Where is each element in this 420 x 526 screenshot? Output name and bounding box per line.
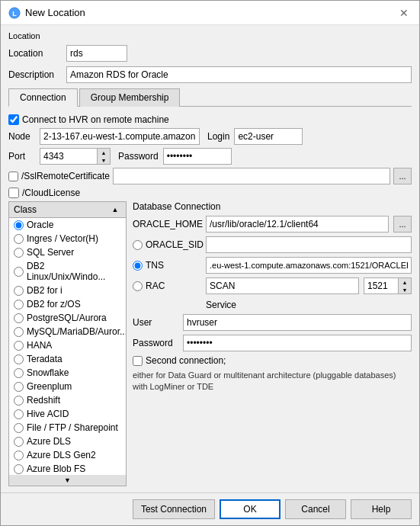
ssl-row: /SslRemoteCertificate ...: [8, 168, 412, 184]
class-radio-0[interactable]: [14, 220, 24, 230]
class-item[interactable]: Redshift: [9, 393, 126, 407]
class-item[interactable]: Azure DLS: [9, 435, 126, 448]
class-item[interactable]: Azure DLS Gen2: [9, 448, 126, 462]
class-item[interactable]: Oracle: [9, 218, 126, 232]
login-input[interactable]: [234, 128, 303, 145]
second-conn-checkbox[interactable]: [133, 356, 143, 366]
test-connection-button[interactable]: Test Connection: [133, 499, 215, 519]
class-item-label: Azure DLS Gen2: [27, 450, 96, 460]
tns-input[interactable]: [206, 257, 412, 274]
port-decrement[interactable]: ▼: [98, 156, 110, 164]
location-label: Location: [8, 48, 62, 59]
help-button[interactable]: Help: [351, 499, 412, 519]
port-input[interactable]: [40, 148, 97, 165]
tab-connection[interactable]: Connection: [8, 88, 78, 107]
class-radio-7[interactable]: [14, 327, 24, 337]
class-item[interactable]: PostgreSQL/Aurora: [9, 311, 126, 325]
class-item[interactable]: DB2 Linux/Unix/Windo...: [9, 259, 126, 284]
scan-port-decrement[interactable]: ▼: [399, 286, 411, 293]
class-item[interactable]: DB2 for i: [9, 284, 126, 297]
tab-group-membership[interactable]: Group Membership: [79, 88, 181, 107]
description-label: Description: [8, 69, 62, 80]
ssl-checkbox[interactable]: [8, 172, 18, 181]
password-input[interactable]: [163, 148, 232, 165]
class-item[interactable]: Greenplum: [9, 380, 126, 393]
class-radio-5[interactable]: [14, 300, 24, 310]
class-radio-4[interactable]: [14, 286, 24, 296]
class-item[interactable]: Snowflake: [9, 366, 126, 380]
user-input[interactable]: [183, 314, 412, 331]
class-item-label: HANA: [27, 340, 52, 351]
tns-radio-label: TNS: [133, 260, 201, 271]
tns-radio[interactable]: [133, 261, 143, 271]
class-radio-15[interactable]: [14, 437, 24, 447]
class-radio-3[interactable]: [14, 267, 24, 277]
cloud-license-label: /CloudLicense: [22, 188, 80, 198]
oracle-sid-row: ORACLE_SID: [133, 236, 412, 253]
rac-radio[interactable]: [133, 281, 143, 291]
description-input[interactable]: [66, 66, 412, 83]
class-radio-8[interactable]: [14, 341, 24, 351]
rac-radio-label: RAC: [133, 281, 201, 291]
location-row: Location: [8, 45, 412, 62]
class-item[interactable]: HANA: [9, 338, 126, 352]
cancel-button[interactable]: Cancel: [285, 499, 346, 519]
class-item[interactable]: Teradata: [9, 352, 126, 366]
port-increment[interactable]: ▲: [98, 149, 110, 156]
class-radio-6[interactable]: [14, 313, 24, 323]
class-radio-9[interactable]: [14, 354, 24, 364]
info-text: either for Data Guard or multitenant arc…: [133, 370, 412, 393]
user-label: User: [133, 317, 178, 328]
dialog-title: New Location: [25, 7, 85, 18]
node-input[interactable]: [40, 128, 200, 145]
class-radio-11[interactable]: [14, 382, 24, 392]
scan-port-increment[interactable]: ▲: [399, 278, 411, 286]
new-location-dialog: L New Location ✕ Location Location Descr…: [0, 0, 420, 526]
location-input[interactable]: [66, 45, 127, 62]
ok-button[interactable]: OK: [220, 499, 281, 519]
db-panel: Database Connection ORACLE_HOME ... ORAC…: [133, 201, 412, 486]
class-radio-14[interactable]: [14, 423, 24, 433]
class-item[interactable]: Azure Blob FS: [9, 462, 126, 475]
ssl-input[interactable]: [113, 168, 390, 184]
connect-hvr-checkbox[interactable]: [8, 114, 19, 125]
class-item-label: Oracle: [27, 220, 53, 230]
cloud-license-checkbox[interactable]: [8, 188, 19, 198]
oracle-home-input[interactable]: [206, 216, 389, 233]
class-scroll-down[interactable]: ▼: [9, 475, 126, 486]
class-item[interactable]: DB2 for z/OS: [9, 297, 126, 311]
oracle-sid-input[interactable]: [206, 236, 412, 253]
db-section-label: Database Connection: [133, 201, 412, 212]
class-item-label: DB2 Linux/Unix/Windo...: [27, 261, 121, 282]
class-radio-2[interactable]: [14, 248, 24, 258]
class-radio-12[interactable]: [14, 396, 24, 406]
class-item[interactable]: SQL Server: [9, 245, 126, 259]
title-bar: L New Location ✕: [1, 1, 419, 25]
class-radio-16[interactable]: [14, 451, 24, 460]
cloud-license-row: /CloudLicense: [8, 188, 412, 198]
oracle-home-row: ORACLE_HOME ...: [133, 216, 412, 233]
class-radio-17[interactable]: [14, 464, 24, 474]
class-item[interactable]: Ingres / Vector(H): [9, 232, 126, 245]
class-radio-10[interactable]: [14, 368, 24, 378]
ssl-browse-button[interactable]: ...: [393, 168, 412, 184]
port-input-wrap: ▲ ▼: [40, 148, 111, 165]
class-item[interactable]: File / FTP / Sharepoint: [9, 421, 126, 435]
db-password-input[interactable]: [183, 335, 412, 351]
rac-row: RAC ▲ ▼: [133, 277, 412, 294]
oracle-home-browse[interactable]: ...: [393, 216, 412, 233]
tabs: Connection Group Membership: [8, 88, 412, 107]
scan-input[interactable]: [206, 277, 359, 294]
oracle-sid-radio[interactable]: [133, 240, 143, 250]
scan-port-input[interactable]: [364, 277, 398, 294]
scan-port-spinner: ▲ ▼: [398, 277, 412, 294]
class-item-label: MySQL/MariaDB/Auror...: [27, 326, 126, 337]
close-button[interactable]: ✕: [396, 5, 412, 21]
class-panel: Class ▲ OracleIngres / Vector(H)SQL Serv…: [8, 201, 127, 486]
class-item[interactable]: MySQL/MariaDB/Auror...: [9, 325, 126, 338]
class-radio-13[interactable]: [14, 409, 24, 419]
class-radio-1[interactable]: [14, 234, 24, 244]
class-item[interactable]: Hive ACID: [9, 407, 126, 421]
class-scroll-up[interactable]: ▲: [109, 204, 121, 215]
tns-row: TNS: [133, 257, 412, 274]
